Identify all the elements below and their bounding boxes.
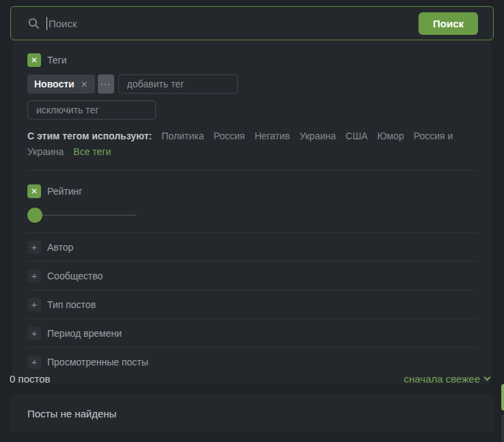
floating-action-button-partial[interactable] [501, 384, 504, 411]
empty-results-card: Посты не найдены [10, 395, 494, 432]
remove-tag-icon[interactable]: ✕ [81, 79, 88, 89]
related-tag-link[interactable]: Россия [213, 130, 245, 141]
selected-tag-label: Новости [34, 79, 75, 89]
filter-section-author[interactable]: + Автор [27, 232, 477, 261]
all-tags-link[interactable]: Все теги [73, 146, 111, 157]
add-tag-input[interactable] [118, 74, 238, 94]
remove-tags-filter-button[interactable]: ✕ [27, 53, 41, 67]
filter-section-post-type[interactable]: + Тип постов [27, 290, 477, 318]
rating-section-header: ✕ Рейтинг [27, 178, 477, 205]
rating-slider [27, 208, 477, 223]
filter-section-community[interactable]: + Сообщество [27, 261, 477, 290]
filter-section-label: Период времени [47, 328, 122, 339]
filter-section-time-period[interactable]: + Период времени [27, 318, 477, 347]
related-tag-link[interactable]: Политика [161, 130, 204, 141]
search-bar: Поиск [10, 6, 494, 40]
results-count: 0 постов [10, 373, 51, 385]
search-input[interactable] [49, 18, 419, 29]
chevron-down-icon [484, 374, 491, 381]
filter-section-label: Сообщество [47, 271, 103, 281]
floating-button-partial[interactable] [501, 414, 504, 442]
related-tag-link[interactable]: Негатив [254, 130, 290, 141]
divider [27, 170, 477, 171]
filter-section-label: Тип постов [47, 299, 96, 310]
related-tag-link[interactable]: Украина [300, 130, 336, 141]
text-caret [47, 17, 47, 30]
search-button[interactable]: Поиск [419, 12, 478, 35]
related-tag-link[interactable]: США [345, 130, 367, 141]
empty-message: Посты не найдены [27, 408, 116, 419]
related-tags-label: С этим тегом используют: [27, 130, 152, 141]
filter-section-viewed-posts[interactable]: + Просмотренные посты [27, 347, 477, 376]
filter-panel: ✕ Теги Новости ✕ ··· С этим тегом исполь… [12, 40, 492, 384]
expand-icon[interactable]: + [27, 240, 41, 254]
sort-dropdown[interactable]: сначала свежее [404, 373, 490, 385]
sort-label: сначала свежее [404, 373, 480, 385]
expand-icon[interactable]: + [27, 298, 41, 312]
related-tag-link[interactable]: Юмор [377, 130, 404, 141]
tag-chip-row: Новости ✕ ··· [27, 74, 477, 94]
search-icon [27, 17, 40, 30]
remove-rating-filter-button[interactable]: ✕ [27, 184, 41, 198]
exclude-tag-row [27, 100, 477, 120]
results-header: 0 постов сначала свежее [10, 373, 490, 385]
related-tags: С этим тегом используют:ПолитикаРоссияНе… [27, 128, 477, 160]
filter-section-label: Просмотренные посты [47, 357, 148, 368]
tag-options-button[interactable]: ··· [98, 74, 114, 94]
tags-section-header: ✕ Теги [27, 53, 477, 67]
tags-section-title: Теги [47, 55, 66, 66]
filter-section-label: Автор [47, 242, 73, 253]
expand-icon[interactable]: + [27, 327, 41, 340]
expand-icon[interactable]: + [27, 355, 41, 369]
rating-slider-track[interactable] [27, 215, 137, 216]
exclude-tag-input[interactable] [27, 100, 156, 120]
selected-tag-chip[interactable]: Новости ✕ [27, 74, 95, 94]
rating-section-title: Рейтинг [47, 186, 82, 197]
rating-slider-handle[interactable] [27, 208, 42, 223]
expand-icon[interactable]: + [27, 269, 41, 283]
